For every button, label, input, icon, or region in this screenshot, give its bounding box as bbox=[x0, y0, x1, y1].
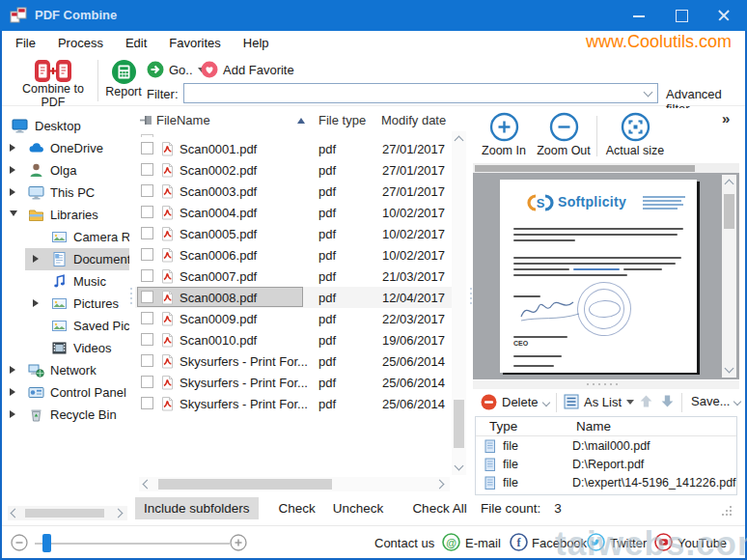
tree-item-olga[interactable]: Olga bbox=[6, 159, 129, 182]
row-checkbox[interactable] bbox=[141, 333, 153, 346]
file-row[interactable]: Scan0004.pdfpdf10/02/2017 bbox=[135, 202, 452, 223]
preview-vscrollbar[interactable] bbox=[722, 175, 736, 378]
scroll-left-icon[interactable] bbox=[11, 509, 20, 518]
file-row[interactable]: Scan0007.pdfpdf21/03/2017 bbox=[135, 266, 452, 287]
vscroll-thumb[interactable] bbox=[454, 400, 464, 448]
menu-favorites[interactable]: Favorites bbox=[169, 36, 220, 50]
expand-arrow-icon[interactable] bbox=[10, 410, 15, 418]
include-subfolders-button[interactable]: Include subfolders bbox=[135, 497, 259, 519]
slider-zoom-out-icon[interactable] bbox=[11, 534, 28, 551]
tree-item-libraries[interactable]: Libraries bbox=[6, 204, 129, 226]
row-checkbox[interactable] bbox=[141, 312, 153, 324]
email-link[interactable]: E-mail bbox=[465, 536, 501, 550]
column-header-filetype[interactable]: File type bbox=[318, 113, 366, 127]
tree-splitter[interactable] bbox=[130, 285, 133, 307]
file-list-hscrollbar[interactable] bbox=[139, 477, 450, 491]
preview-hscrollbar[interactable] bbox=[473, 163, 739, 173]
preview-vscroll-thumb[interactable] bbox=[724, 194, 734, 229]
row-checkbox[interactable] bbox=[141, 206, 153, 218]
preview-hscroll-thumb[interactable] bbox=[475, 165, 695, 172]
go-button[interactable]: Go.. bbox=[147, 60, 206, 79]
delete-button[interactable]: Delete bbox=[481, 394, 549, 410]
file-row[interactable]: Skysurfers - Print For...pdf25/06/2014 bbox=[135, 393, 452, 414]
email-icon[interactable]: @ bbox=[442, 533, 460, 551]
row-checkbox[interactable] bbox=[141, 227, 153, 239]
as-list-button[interactable]: As List bbox=[564, 394, 634, 409]
expand-arrow-icon[interactable] bbox=[10, 166, 15, 174]
scroll-down-icon[interactable] bbox=[455, 462, 464, 471]
column-header-type[interactable]: Type bbox=[489, 419, 517, 434]
expand-arrow-icon[interactable] bbox=[10, 188, 15, 196]
row-checkbox[interactable] bbox=[141, 184, 153, 197]
expand-arrow-icon[interactable] bbox=[10, 144, 15, 152]
scroll-left-icon[interactable] bbox=[143, 480, 152, 490]
row-checkbox[interactable] bbox=[141, 376, 153, 388]
file-row[interactable]: Scan0005.pdfpdf10/02/2017 bbox=[135, 223, 452, 244]
youtube-icon[interactable] bbox=[654, 533, 673, 551]
zoom-slider-track[interactable] bbox=[35, 543, 230, 545]
scroll-down-icon[interactable] bbox=[725, 364, 734, 374]
website-link[interactable]: www.Coolutils.com bbox=[586, 32, 732, 52]
pin-icon[interactable] bbox=[140, 115, 153, 126]
zoom-out-button[interactable]: Zoom Out bbox=[534, 112, 594, 157]
twitter-icon[interactable] bbox=[587, 533, 605, 551]
save-button[interactable]: Save... bbox=[691, 394, 740, 408]
filter-input[interactable] bbox=[184, 84, 638, 102]
file-row[interactable]: Scan0002.pdfpdf27/01/2017 bbox=[135, 159, 452, 181]
combine-to-pdf-button[interactable]: Combine to PDF bbox=[10, 58, 97, 104]
tree-item-this-pc[interactable]: This PC bbox=[6, 182, 129, 204]
scroll-up-icon[interactable] bbox=[455, 136, 464, 146]
more-buttons-chevron[interactable]: » bbox=[722, 110, 728, 126]
facebook-link[interactable]: Facebook bbox=[532, 536, 587, 550]
expand-arrow-icon[interactable] bbox=[33, 299, 39, 307]
filter-dropdown-chevron[interactable] bbox=[644, 88, 653, 98]
tree-item-onedrive[interactable]: OneDrive bbox=[6, 137, 129, 159]
expand-arrow-icon[interactable] bbox=[33, 255, 39, 263]
tree-item-control-panel[interactable]: Control Panel bbox=[6, 381, 129, 404]
menu-file[interactable]: File bbox=[15, 36, 36, 50]
tree-hscroll-thumb[interactable] bbox=[25, 509, 104, 518]
minimize-button[interactable] bbox=[618, 0, 660, 31]
tree-item-recycle-bin[interactable]: Recycle Bin bbox=[6, 404, 129, 426]
expand-arrow-icon[interactable] bbox=[10, 388, 15, 396]
zoom-in-button[interactable]: Zoom In bbox=[475, 112, 533, 157]
tree-item-videos[interactable]: Videos bbox=[6, 337, 129, 359]
result-row[interactable]: fileD:\expert\14-5196_141226.pdf bbox=[476, 474, 736, 492]
file-row[interactable]: Skysurfers - Print For...pdf25/06/2014 bbox=[135, 372, 452, 393]
row-checkbox[interactable] bbox=[141, 269, 153, 282]
actual-size-button[interactable]: Actual size bbox=[600, 112, 670, 157]
uncheck-button[interactable]: Uncheck bbox=[324, 497, 393, 519]
file-row[interactable]: Scan0006.pdfpdf10/02/2017 bbox=[135, 244, 452, 266]
collapse-arrow-icon[interactable] bbox=[10, 210, 17, 216]
file-row[interactable]: Skysurfers - Print For...pdf25/06/2014 bbox=[135, 350, 452, 372]
expand-arrow-icon[interactable] bbox=[10, 366, 15, 374]
tree-item-camera-roll[interactable]: Camera Roll bbox=[6, 226, 129, 248]
row-checkbox[interactable] bbox=[141, 248, 153, 261]
youtube-link[interactable]: YouTube bbox=[678, 536, 727, 550]
file-list-vscrollbar[interactable] bbox=[452, 131, 466, 475]
row-checkbox[interactable] bbox=[141, 354, 153, 367]
menu-edit[interactable]: Edit bbox=[125, 36, 147, 50]
file-row[interactable]: Scan0003.pdfpdf27/01/2017 bbox=[135, 181, 452, 202]
scroll-right-icon[interactable] bbox=[435, 480, 445, 490]
file-row-selected[interactable]: Scan0008.pdfpdf12/04/2017 bbox=[135, 287, 452, 308]
facebook-icon[interactable]: f bbox=[510, 533, 528, 551]
menu-process[interactable]: Process bbox=[58, 36, 103, 50]
horizontal-splitter[interactable] bbox=[473, 380, 739, 389]
tree-item-music[interactable]: Music bbox=[6, 270, 129, 293]
tree-item-network[interactable]: Network bbox=[6, 359, 129, 381]
file-row[interactable]: Scan0009.pdfpdf22/03/2017 bbox=[135, 308, 452, 329]
resize-grip[interactable] bbox=[722, 506, 732, 516]
menu-help[interactable]: Help bbox=[243, 36, 269, 50]
tree-hscrollbar[interactable] bbox=[8, 506, 127, 520]
tree-item-documents[interactable]: Documents bbox=[6, 248, 129, 270]
scroll-right-icon[interactable] bbox=[114, 509, 124, 518]
row-checkbox[interactable] bbox=[141, 163, 153, 176]
check-button[interactable]: Check bbox=[270, 497, 324, 519]
column-header-name[interactable]: Name bbox=[576, 419, 611, 434]
move-up-button[interactable] bbox=[639, 394, 653, 408]
twitter-link[interactable]: Twitter bbox=[610, 536, 647, 550]
check-all-button[interactable]: Check All bbox=[403, 497, 470, 519]
report-button[interactable]: Report bbox=[102, 58, 145, 104]
scroll-up-icon[interactable] bbox=[725, 180, 734, 189]
